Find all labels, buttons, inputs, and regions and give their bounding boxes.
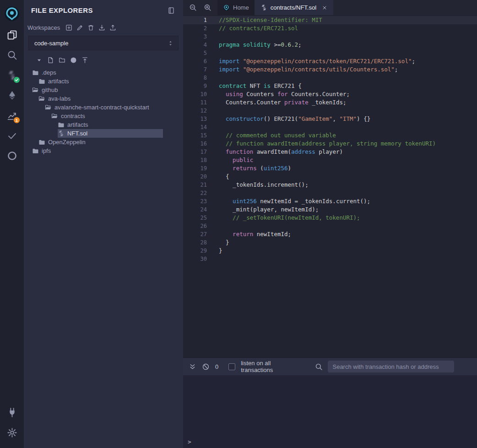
code-line[interactable]: 8 [183, 74, 477, 82]
new-folder-icon[interactable] [59, 57, 65, 64]
expand-terminal-icon[interactable] [189, 363, 196, 371]
new-file-icon[interactable] [47, 57, 54, 64]
folder-github[interactable]: github [24, 86, 183, 94]
zoom-in-icon[interactable] [204, 4, 211, 11]
code-line[interactable]: 9contract NFT is ERC721 { [183, 82, 477, 90]
folder-openzeppelin[interactable]: OpenZeppelin [24, 138, 183, 146]
folder-ava-labs[interactable]: ava-labs [24, 94, 183, 103]
code-line[interactable]: 24 _mint(player, newItemId); [183, 205, 477, 214]
line-number[interactable]: 20 [183, 173, 207, 181]
line-number[interactable]: 8 [183, 74, 207, 82]
line-number[interactable]: 29 [183, 247, 207, 255]
download-workspace-icon[interactable] [98, 24, 105, 31]
sourcify-icon[interactable] [3, 146, 21, 166]
close-icon[interactable] [322, 5, 327, 11]
code-line[interactable]: 2// contracts/ERC721.sol [183, 24, 477, 32]
code-line[interactable]: 30 [183, 255, 477, 263]
line-number[interactable]: 6 [183, 57, 207, 65]
folder-deps[interactable]: .deps [24, 68, 183, 77]
code-line[interactable]: 6import "@openzeppelin/contracts/token/E… [183, 57, 477, 65]
line-number[interactable]: 4 [183, 41, 207, 49]
search-icon[interactable] [3, 45, 21, 65]
line-number[interactable]: 15 [183, 131, 207, 140]
line-number[interactable]: 12 [183, 107, 207, 115]
line-number[interactable]: 26 [183, 222, 207, 230]
file-explorer-icon[interactable] [3, 25, 21, 45]
code-line[interactable]: 29} [183, 247, 477, 255]
folder-contracts[interactable]: contracts [24, 112, 183, 120]
line-number[interactable]: 28 [183, 238, 207, 247]
line-number[interactable]: 21 [183, 181, 207, 189]
line-number[interactable]: 23 [183, 197, 207, 205]
zoom-out-icon[interactable] [189, 4, 197, 11]
line-number[interactable]: 13 [183, 115, 207, 123]
tab-home[interactable]: Home [217, 0, 255, 15]
code-line[interactable]: 18 public [183, 156, 477, 164]
line-number[interactable]: 17 [183, 148, 207, 156]
line-number[interactable]: 2 [183, 24, 207, 32]
code-line[interactable]: 20 { [183, 173, 477, 181]
code-line[interactable]: 25 // _setTokenURI(newItemId, tokenURI); [183, 214, 477, 222]
line-number[interactable]: 16 [183, 140, 207, 148]
terminal-console[interactable]: > [183, 375, 477, 448]
code-line[interactable]: 16 // function awardItem(address player,… [183, 140, 477, 148]
tab-contracts-nft-sol[interactable]: contracts/NFT.sol [255, 0, 333, 15]
code-line[interactable]: 1//SPDX-License-Identifier: MIT [183, 16, 477, 24]
code-line[interactable]: 12 [183, 107, 477, 115]
workspace-select[interactable]: code-sample [28, 36, 179, 50]
collapse-chevron-icon[interactable] [36, 57, 43, 64]
line-number[interactable]: 24 [183, 205, 207, 214]
analytics-icon[interactable]: 1 [3, 105, 21, 125]
listen-transactions-checkbox[interactable] [228, 363, 235, 370]
line-number[interactable]: 11 [183, 98, 207, 107]
github-import-icon[interactable] [70, 57, 77, 64]
line-number[interactable]: 5 [183, 49, 207, 57]
line-number[interactable]: 1 [183, 16, 207, 24]
folder-artifacts[interactable]: artifacts [24, 120, 183, 129]
code-line[interactable]: 26 [183, 222, 477, 230]
static-analysis-icon[interactable] [3, 125, 21, 146]
create-workspace-icon[interactable] [65, 24, 72, 31]
line-number[interactable]: 25 [183, 214, 207, 222]
code-line[interactable]: 13 constructor() ERC721("GameItem", "ITM… [183, 115, 477, 123]
transaction-search-input[interactable] [328, 361, 454, 372]
solidity-compiler-icon[interactable] [3, 65, 21, 85]
line-number[interactable]: 22 [183, 189, 207, 197]
line-number[interactable]: 7 [183, 65, 207, 74]
delete-workspace-icon[interactable] [87, 24, 94, 31]
deploy-run-icon[interactable] [3, 85, 21, 105]
line-number[interactable]: 3 [183, 32, 207, 41]
clear-console-icon[interactable] [202, 363, 210, 371]
panel-menu-icon[interactable] [168, 7, 175, 14]
line-number[interactable]: 14 [183, 123, 207, 131]
code-line[interactable]: 19 returns (uint256) [183, 164, 477, 173]
code-line[interactable]: 7import "@openzeppelin/contracts/utils/C… [183, 65, 477, 74]
code-line[interactable]: 15 // commented out unused variable [183, 131, 477, 140]
line-number[interactable]: 27 [183, 230, 207, 238]
code-line[interactable]: 11 Counters.Counter private _tokenIds; [183, 98, 477, 107]
code-line[interactable]: 21 _tokenIds.increment(); [183, 181, 477, 189]
line-number[interactable]: 10 [183, 90, 207, 98]
upload-workspace-icon[interactable] [109, 24, 116, 31]
code-line[interactable]: 27 return newItemId; [183, 230, 477, 238]
line-number[interactable]: 19 [183, 164, 207, 173]
settings-icon[interactable] [3, 422, 21, 443]
line-number[interactable]: 30 [183, 255, 207, 263]
upload-file-icon[interactable] [81, 57, 88, 64]
code-line[interactable]: 14 [183, 123, 477, 131]
file-nft-sol[interactable]: NFT.sol [24, 129, 183, 138]
code-line[interactable]: 23 uint256 newItemId = _tokenIds.current… [183, 197, 477, 205]
code-line[interactable]: 5 [183, 49, 477, 57]
line-number[interactable]: 9 [183, 82, 207, 90]
folder-avalanche-smart-contract-quickstart[interactable]: avalanche-smart-contract-quickstart [24, 103, 183, 112]
code-line[interactable]: 3 [183, 32, 477, 41]
plugin-manager-icon[interactable] [3, 402, 21, 422]
code-line[interactable]: 28 } [183, 238, 477, 247]
folder-artifacts[interactable]: artifacts [24, 77, 183, 86]
code-line[interactable]: 10 using Counters for Counters.Counter; [183, 90, 477, 98]
code-line[interactable]: 17 function awardItem(address player) [183, 148, 477, 156]
rename-workspace-icon[interactable] [76, 24, 83, 31]
code-editor[interactable]: 1//SPDX-License-Identifier: MIT2// contr… [183, 15, 477, 357]
code-line[interactable]: 4pragma solidity >=0.6.2; [183, 41, 477, 49]
code-line[interactable]: 22 [183, 189, 477, 197]
